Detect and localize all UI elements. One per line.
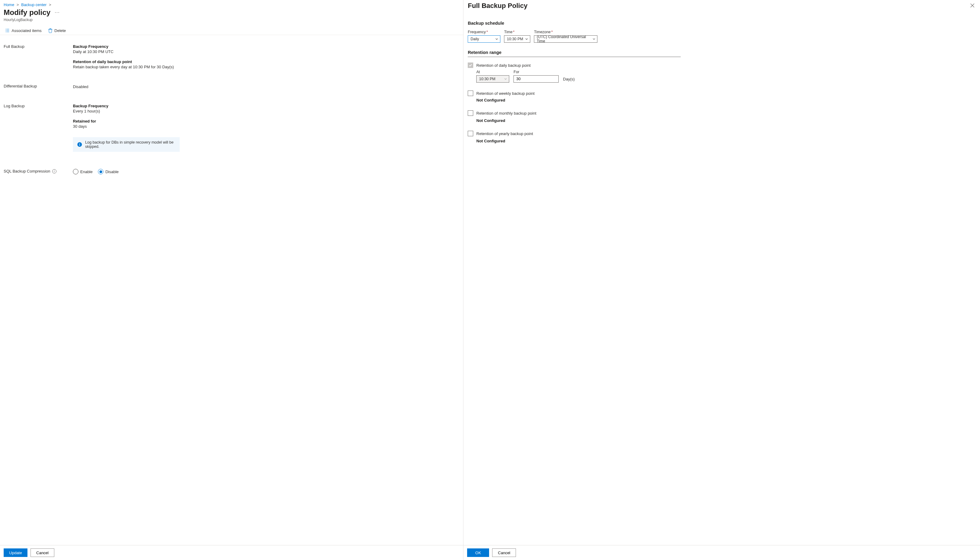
page-subtitle: HourlyLogBackup [0, 17, 463, 24]
frequency-value: Daily [470, 37, 479, 41]
right-footer: OK Cancel [463, 545, 980, 560]
close-icon[interactable] [969, 2, 976, 9]
log-backup-info-text: Log backup for DBs in simple recovery mo… [85, 140, 176, 149]
compression-disable-label: Disable [105, 170, 119, 174]
monthly-retention-label: Retention of monthly backup point [476, 111, 536, 115]
associated-items-label: Associated items [12, 28, 42, 33]
time-label: Time* [504, 30, 530, 34]
trash-icon [48, 28, 52, 33]
breadcrumb-backup-center[interactable]: Backup center [21, 2, 47, 7]
daily-unit-label: Day(s) [563, 77, 575, 83]
daily-retention-checkbox[interactable] [468, 62, 473, 68]
compression-disable-radio[interactable]: Disable [98, 169, 119, 174]
time-select[interactable]: 10:30 PM [504, 35, 530, 43]
timezone-select[interactable]: (UTC) Coordinated Universal Time [534, 35, 597, 43]
full-backup-policy-blade: Full Backup Policy Backup schedule Frequ… [463, 0, 980, 560]
monthly-retention-status: Not Configured [476, 118, 976, 123]
differential-backup-label: Differential Backup [4, 84, 73, 88]
retention-range-heading: Retention range [468, 50, 681, 57]
compression-enable-radio[interactable]: Enable [73, 169, 92, 174]
monthly-retention-block: Retention of monthly backup point Not Co… [468, 110, 976, 123]
log-backup-label: Log Backup [4, 103, 73, 108]
sql-compression-label: SQL Backup Compression i [4, 169, 73, 173]
info-small-icon[interactable]: i [52, 169, 57, 173]
blade-title: Full Backup Policy [468, 2, 527, 10]
chevron-down-icon [495, 37, 498, 40]
schedule-form-row: Frequency* Daily Time* 10:30 PM [468, 30, 976, 43]
ok-button[interactable]: OK [467, 548, 489, 557]
breadcrumb-sep-1: > [15, 2, 20, 7]
command-bar: Associated items Delete [0, 26, 463, 35]
weekly-retention-checkbox[interactable] [468, 90, 473, 96]
update-button[interactable]: Update [4, 548, 27, 557]
chevron-down-icon [592, 37, 595, 40]
full-backup-label: Full Backup [4, 44, 73, 49]
summary-section: Full Backup Backup Frequency Daily at 10… [0, 35, 463, 545]
weekly-retention-status: Not Configured [476, 98, 976, 102]
monthly-retention-checkbox[interactable] [468, 110, 473, 116]
daily-retention-block: Retention of daily backup point At 10:30… [468, 62, 976, 83]
breadcrumb-sep-2: > [48, 2, 52, 7]
more-icon[interactable]: ··· [55, 10, 60, 15]
daily-for-input[interactable] [513, 75, 559, 83]
chevron-down-icon [525, 37, 528, 40]
yearly-retention-label: Retention of yearly backup point [476, 132, 533, 136]
full-backup-frequency-heading: Backup Frequency [73, 44, 460, 49]
delete-button[interactable]: Delete [48, 28, 66, 33]
log-backup-frequency-value: Every 1 hour(s) [73, 109, 460, 113]
weekly-retention-block: Retention of weekly backup point Not Con… [468, 90, 976, 102]
compression-radio-group: Enable Disable [73, 169, 460, 174]
log-backup-retained-heading: Retained for [73, 119, 460, 123]
page-title: Modify policy [4, 8, 50, 17]
log-backup-frequency-heading: Backup Frequency [73, 103, 460, 108]
compression-enable-label: Enable [80, 170, 92, 174]
daily-at-value: 10:30 PM [479, 77, 495, 81]
radio-checked-icon [98, 169, 104, 174]
breadcrumb-home[interactable]: Home [4, 2, 14, 7]
yearly-retention-status: Not Configured [476, 139, 976, 143]
differential-backup-value: Disabled [73, 85, 460, 89]
radio-icon [73, 169, 79, 174]
info-icon [77, 142, 82, 147]
full-backup-retention-value: Retain backup taken every day at 10:30 P… [73, 65, 460, 69]
associated-items-button[interactable]: Associated items [5, 28, 42, 33]
daily-retention-label: Retention of daily backup point [476, 63, 530, 68]
yearly-retention-checkbox[interactable] [468, 131, 473, 136]
frequency-select[interactable]: Daily [468, 35, 500, 43]
backup-schedule-heading: Backup schedule [468, 21, 976, 26]
daily-at-label: At [476, 70, 509, 74]
cancel-button-right[interactable]: Cancel [492, 548, 516, 557]
timezone-value: (UTC) Coordinated Universal Time [537, 35, 592, 43]
log-backup-info-banner: Log backup for DBs in simple recovery mo… [73, 137, 180, 152]
yearly-retention-block: Retention of yearly backup point Not Con… [468, 131, 976, 143]
cancel-button-left[interactable]: Cancel [30, 548, 54, 557]
chevron-down-icon [504, 77, 507, 80]
weekly-retention-label: Retention of weekly backup point [476, 91, 535, 96]
breadcrumb: Home > Backup center > [0, 0, 463, 8]
time-value: 10:30 PM [507, 37, 523, 41]
list-icon [5, 28, 10, 33]
full-backup-retention-heading: Retention of daily backup point [73, 60, 460, 64]
daily-at-select: 10:30 PM [476, 75, 509, 83]
frequency-label: Frequency* [468, 30, 500, 34]
full-backup-frequency-value: Daily at 10:30 PM UTC [73, 49, 460, 54]
left-footer: Update Cancel [0, 545, 463, 560]
delete-label: Delete [54, 28, 66, 33]
modify-policy-panel: Home > Backup center > Modify policy ···… [0, 0, 463, 560]
daily-for-label: For [513, 70, 559, 74]
log-backup-retained-value: 30 days [73, 124, 460, 128]
timezone-label: Timezone* [534, 30, 597, 34]
